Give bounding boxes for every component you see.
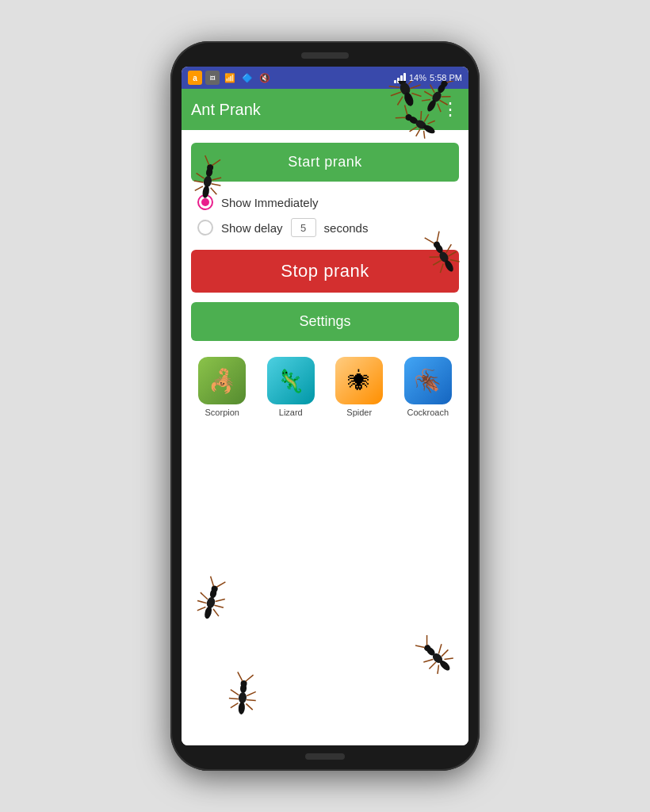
svg-line-70 [208, 576, 216, 586]
radio-immediate-label: Show Immediately [221, 196, 319, 209]
svg-point-87 [240, 680, 247, 688]
app-item-spider[interactable]: 🕷 Spider [335, 357, 383, 417]
radio-delay[interactable] [197, 220, 213, 236]
app-label-spider: Spider [346, 408, 372, 417]
svg-point-85 [238, 692, 247, 704]
svg-line-44 [212, 184, 221, 186]
svg-line-77 [429, 662, 435, 668]
svg-point-61 [205, 596, 216, 609]
svg-line-9 [411, 90, 421, 99]
svg-line-92 [247, 699, 256, 700]
svg-line-45 [209, 188, 217, 194]
svg-line-89 [229, 699, 239, 699]
svg-line-71 [216, 580, 225, 589]
status-bar: a 🖼 📶 🔷 🔇 14% 5:58 PM [182, 67, 468, 89]
svg-line-93 [246, 703, 254, 710]
menu-button[interactable]: ⋮ [442, 101, 459, 118]
svg-line-17 [424, 91, 432, 96]
svg-point-86 [238, 702, 245, 715]
svg-line-68 [214, 605, 224, 607]
svg-point-60 [209, 588, 218, 599]
ant-deco-4 [415, 626, 459, 690]
svg-line-80 [442, 649, 448, 656]
radio-immediate-row[interactable]: Show Immediately [197, 194, 459, 210]
battery-percentage: 14% [409, 73, 426, 82]
svg-line-66 [197, 605, 206, 612]
app-label-cockroach: Cockroach [407, 408, 449, 417]
svg-line-78 [434, 665, 442, 673]
radio-group: Show Immediately Show delay seconds [191, 194, 459, 237]
svg-line-67 [216, 597, 225, 604]
related-apps-row: 🦂 Scorpion 🦎 Lizard 🕷 Spider 🪳 Cockroach [191, 357, 459, 417]
svg-point-72 [425, 645, 436, 657]
delay-input[interactable] [291, 218, 316, 237]
radio-immediate[interactable] [197, 194, 213, 210]
stop-prank-button[interactable]: Stop prank [191, 250, 459, 293]
phone-speaker [301, 52, 349, 59]
app-bar: Ant Prank [182, 89, 468, 130]
svg-line-65 [197, 601, 207, 603]
app-icon-cockroach: 🪳 [404, 357, 452, 404]
svg-point-73 [431, 652, 445, 665]
clock: 5:58 PM [430, 73, 462, 82]
app-item-lizard[interactable]: 🦎 Lizard [267, 357, 315, 417]
amazon-icon: a [188, 71, 202, 85]
svg-point-75 [423, 644, 432, 653]
svg-line-79 [435, 644, 445, 653]
phone-home-button[interactable] [305, 753, 345, 760]
svg-point-63 [211, 585, 219, 593]
status-icons-left: a 🖼 📶 🔷 🔇 [188, 71, 272, 85]
start-prank-button[interactable]: Start prank [191, 143, 459, 182]
ant-deco-5 [221, 666, 265, 730]
bluetooth-icon: 🔷 [240, 71, 254, 85]
app-item-scorpion[interactable]: 🦂 Scorpion [198, 357, 246, 417]
phone-device: a 🖼 📶 🔷 🔇 14% 5:58 PM Ant Prank [170, 41, 480, 771]
svg-line-90 [231, 703, 239, 709]
svg-point-62 [204, 606, 213, 620]
svg-point-84 [240, 684, 247, 694]
svg-point-25 [414, 118, 427, 131]
app-title: Ant Prank [191, 101, 442, 119]
delay-unit: seconds [324, 221, 369, 235]
svg-point-74 [438, 659, 452, 672]
app-label-scorpion: Scorpion [205, 408, 239, 417]
svg-line-94 [237, 672, 243, 681]
app-label-lizard: Lizard [279, 408, 303, 417]
svg-line-83 [422, 635, 432, 645]
app-icon-scorpion: 🦂 [198, 357, 246, 404]
svg-line-95 [246, 674, 254, 682]
radio-delay-label: Show delay [221, 221, 283, 235]
svg-line-88 [230, 690, 239, 695]
main-content: Start prank Show Immediately Show delay … [182, 130, 468, 745]
svg-line-82 [415, 642, 425, 652]
svg-line-91 [247, 691, 255, 696]
svg-point-51 [433, 240, 442, 249]
app-icon-lizard: 🦎 [267, 357, 315, 404]
svg-line-81 [444, 654, 453, 663]
svg-line-64 [199, 592, 208, 599]
settings-button[interactable]: Settings [191, 302, 459, 341]
app-icon-spider: 🕷 [335, 357, 383, 404]
app-item-cockroach[interactable]: 🪳 Cockroach [404, 357, 452, 417]
mute-icon: 🔇 [258, 71, 272, 85]
signal-bars [394, 72, 406, 83]
wifi-icon: 📶 [223, 71, 237, 85]
radio-delay-row[interactable]: Show delay seconds [197, 218, 459, 237]
ant-deco-3 [189, 571, 233, 634]
svg-line-69 [212, 609, 220, 616]
img-icon: 🖼 [205, 71, 220, 85]
svg-line-33 [428, 118, 435, 126]
status-icons-right: 14% 5:58 PM [394, 72, 462, 83]
svg-line-76 [423, 656, 433, 665]
svg-line-42 [195, 185, 203, 191]
phone-screen: a 🖼 📶 🔷 🔇 14% 5:58 PM Ant Prank [182, 67, 468, 745]
svg-line-5 [391, 92, 401, 96]
